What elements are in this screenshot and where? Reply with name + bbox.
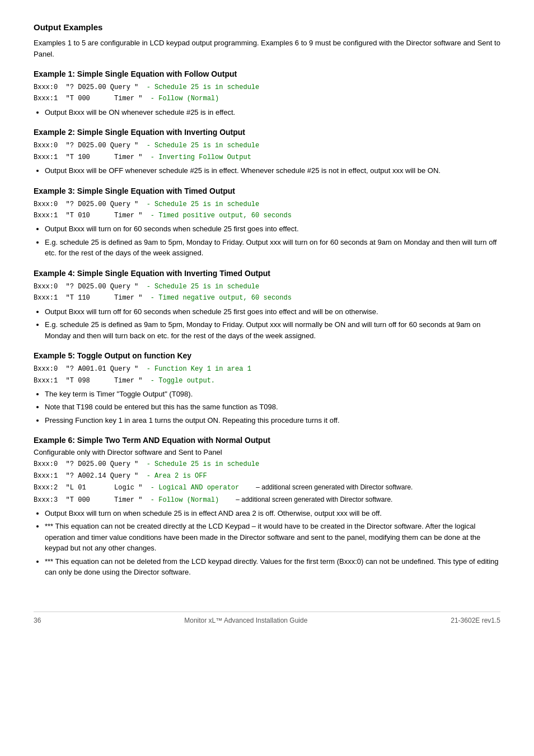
code-row: Bxxx:0 "? D025.00 Query " - Schedule 25 … xyxy=(34,140,500,151)
code-prefix: Bxxx:1 "T 110 Timer " xyxy=(34,292,142,304)
code-prefix: Bxxx:0 "? A001.01 Query " xyxy=(34,363,138,375)
bullet-list-3: Output Bxxx will turn on for 60 seconds … xyxy=(45,223,500,259)
code-prefix: Bxxx:1 "? A002.14 Query " xyxy=(34,470,138,482)
code-prefix: Bxxx:1 "T 000 Timer " xyxy=(34,93,142,104)
code-row: Bxxx:1 "T 000 Timer " - Follow (Normal) xyxy=(34,93,500,104)
example-title-2: Example 2: Simple Single Equation with I… xyxy=(34,128,500,137)
bullet-item: E.g. schedule 25 is defined as 9am to 5p… xyxy=(45,237,500,259)
code-prefix: Bxxx:0 "? D025.00 Query " xyxy=(34,199,138,210)
code-block-2: Bxxx:0 "? D025.00 Query " - Schedule 25 … xyxy=(34,140,500,163)
code-comment: - Inverting Follow Output xyxy=(142,152,251,163)
example-section-2: Example 2: Simple Single Equation with I… xyxy=(34,128,500,176)
code-prefix: Bxxx:0 "? D025.00 Query " xyxy=(34,82,138,93)
footer-right: 21-3602E rev1.5 xyxy=(451,617,500,624)
bullet-list-1: Output Bxxx will be ON whenever schedule… xyxy=(45,107,500,118)
code-row: Bxxx:3 "T 000 Timer " - Follow (Normal)–… xyxy=(34,494,500,506)
page-title: Output Examples xyxy=(34,22,500,32)
example-title-4: Example 4: Simple Single Equation with I… xyxy=(34,269,500,278)
code-block-5: Bxxx:0 "? A001.01 Query " - Function Key… xyxy=(34,363,500,386)
code-comment: - Timed positive output, 60 seconds xyxy=(142,210,291,221)
code-comment: - Follow (Normal) xyxy=(142,93,219,104)
bullet-list-5: The key term is Timer "Toggle Output" (T… xyxy=(45,389,500,426)
code-comment: - Schedule 25 is in schedule xyxy=(138,459,259,470)
bullet-item: Output Bxxx will turn on for 60 seconds … xyxy=(45,223,500,235)
bullet-item: The key term is Timer "Toggle Output" (T… xyxy=(45,389,500,400)
bullet-item: *** This equation can not be deleted fro… xyxy=(45,556,500,578)
footer-page-number: 36 xyxy=(34,617,41,624)
code-prefix: Bxxx:2 "L 01 Logic " xyxy=(34,482,142,493)
intro-text: Examples 1 to 5 are configurable in LCD … xyxy=(34,38,500,59)
code-prefix: Bxxx:0 "? D025.00 Query " xyxy=(34,140,138,151)
code-block-6: Bxxx:0 "? D025.00 Query " - Schedule 25 … xyxy=(34,459,500,506)
example-section-1: Example 1: Simple Single Equation with F… xyxy=(34,69,500,118)
code-row: Bxxx:0 "? D025.00 Query " - Schedule 25 … xyxy=(34,459,500,470)
bullet-item: *** This equation can not be created dir… xyxy=(45,521,500,554)
code-comment: - Logical AND operator xyxy=(142,482,239,493)
code-comment: - Schedule 25 is in schedule xyxy=(138,281,259,292)
code-row: Bxxx:0 "? D025.00 Query " - Schedule 25 … xyxy=(34,281,500,292)
code-row: Bxxx:0 "? D025.00 Query " - Schedule 25 … xyxy=(34,82,500,93)
example-section-4: Example 4: Simple Single Equation with I… xyxy=(34,269,500,341)
code-row: Bxxx:1 "T 010 Timer " - Timed positive o… xyxy=(34,210,500,221)
code-row: Bxxx:1 "T 100 Timer " - Inverting Follow… xyxy=(34,152,500,163)
bullet-item: Output Bxxx will turn on when schedule 2… xyxy=(45,508,500,519)
code-comment: - Timed negative output, 60 seconds xyxy=(142,292,291,304)
code-block-3: Bxxx:0 "? D025.00 Query " - Schedule 25 … xyxy=(34,199,500,222)
code-block-1: Bxxx:0 "? D025.00 Query " - Schedule 25 … xyxy=(34,82,500,105)
bullet-item: Note that T198 could be entered but this… xyxy=(45,402,500,413)
bullet-list-4: Output Bxxx will turn off for 60 seconds… xyxy=(45,306,500,342)
example-title-6: Example 6: Simple Two Term AND Equation … xyxy=(34,436,500,445)
example-section-6: Example 6: Simple Two Term AND Equation … xyxy=(34,436,500,578)
director-note: – additional screen generated with Direc… xyxy=(236,494,392,505)
code-comment: - Area 2 is OFF xyxy=(138,470,207,482)
code-row: Bxxx:1 "? A002.14 Query " - Area 2 is OF… xyxy=(34,470,500,482)
bullet-list-6: Output Bxxx will turn on when schedule 2… xyxy=(45,508,500,578)
code-block-4: Bxxx:0 "? D025.00 Query " - Schedule 25 … xyxy=(34,281,500,304)
code-prefix: Bxxx:1 "T 100 Timer " xyxy=(34,152,142,163)
code-comment: - Schedule 25 is in schedule xyxy=(138,140,259,151)
code-row: Bxxx:1 "T 110 Timer " - Timed negative o… xyxy=(34,292,500,304)
code-prefix: Bxxx:3 "T 000 Timer " xyxy=(34,494,142,506)
code-comment: - Follow (Normal) xyxy=(142,494,219,506)
example-section-3: Example 3: Simple Single Equation with T… xyxy=(34,186,500,259)
code-row: Bxxx:0 "? D025.00 Query " - Schedule 25 … xyxy=(34,199,500,210)
bullet-item: Output Bxxx will be OFF whenever schedul… xyxy=(45,165,500,176)
example-title-3: Example 3: Simple Single Equation with T… xyxy=(34,186,500,195)
bullet-item: Output Bxxx will be ON whenever schedule… xyxy=(45,107,500,118)
example-title-1: Example 1: Simple Single Equation with F… xyxy=(34,69,500,78)
footer-center: Monitor xL™ Advanced Installation Guide xyxy=(184,617,307,624)
code-row: Bxxx:2 "L 01 Logic " - Logical AND opera… xyxy=(34,482,500,493)
code-prefix: Bxxx:1 "T 098 Timer " xyxy=(34,375,142,386)
bullet-list-2: Output Bxxx will be OFF whenever schedul… xyxy=(45,165,500,176)
code-prefix: Bxxx:0 "? D025.00 Query " xyxy=(34,459,138,470)
bullet-item: Output Bxxx will turn off for 60 seconds… xyxy=(45,306,500,318)
configurable-note: Configurable only with Director software… xyxy=(34,448,500,456)
director-note: – additional screen generated with Direc… xyxy=(256,482,413,493)
code-comment: - Toggle output. xyxy=(142,375,215,386)
bullet-item: Pressing Function key 1 in area 1 turns … xyxy=(45,415,500,426)
code-prefix: Bxxx:0 "? D025.00 Query " xyxy=(34,281,138,292)
code-comment: - Function Key 1 in area 1 xyxy=(138,363,251,375)
code-comment: - Schedule 25 is in schedule xyxy=(138,82,259,93)
example-section-5: Example 5: Toggle Output on function Key… xyxy=(34,351,500,426)
code-comment: - Schedule 25 is in schedule xyxy=(138,199,259,210)
examples-container: Example 1: Simple Single Equation with F… xyxy=(34,69,500,578)
bullet-item: E.g. schedule 25 is defined as 9am to 5p… xyxy=(45,319,500,341)
code-prefix: Bxxx:1 "T 010 Timer " xyxy=(34,210,142,221)
code-row: Bxxx:0 "? A001.01 Query " - Function Key… xyxy=(34,363,500,375)
example-title-5: Example 5: Toggle Output on function Key xyxy=(34,351,500,360)
code-row: Bxxx:1 "T 098 Timer " - Toggle output. xyxy=(34,375,500,386)
